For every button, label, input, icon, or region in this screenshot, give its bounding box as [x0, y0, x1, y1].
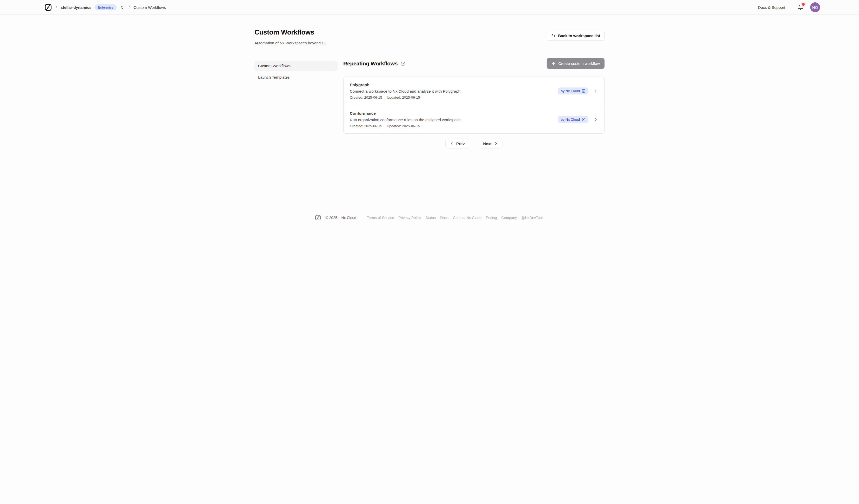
breadcrumb: / stellar-dynamics Enterprise / Custom W…	[44, 3, 166, 12]
back-button-label: Back to workspace list	[558, 33, 600, 38]
page-title: Custom Workflows	[255, 28, 327, 36]
footer-link-docs[interactable]: Docs	[440, 216, 449, 220]
back-to-workspace-list-button[interactable]: Back to workspace list	[547, 31, 604, 41]
breadcrumb-workspace[interactable]: stellar-dynamics	[61, 5, 91, 10]
nx-cloud-logo-icon[interactable]	[44, 3, 52, 12]
sidebar-item-custom-workflows[interactable]: Custom Workflows	[255, 61, 337, 71]
chevron-left-icon	[450, 141, 454, 146]
page-header: Custom Workflows Automation of Nx Worksp…	[255, 15, 604, 45]
workflow-name: Conformance	[350, 111, 462, 116]
workflow-row-polygraph[interactable]: Polygraph Connect a workspace to Nx Clou…	[344, 77, 604, 105]
copyright-text: © 2025 – Nx Cloud	[326, 216, 357, 220]
footer-link-pricing[interactable]: Pricing	[486, 216, 497, 220]
footer: © 2025 – Nx Cloud Terms of Service Priva…	[0, 206, 859, 252]
notification-dot	[802, 3, 805, 6]
workflow-created: Created: 2025-06-15	[350, 95, 382, 100]
workflows-card: Polygraph Connect a workspace to Nx Clou…	[343, 77, 604, 134]
prev-label: Prev	[456, 141, 465, 146]
repeating-workflows-section: Repeating Workflows	[343, 58, 604, 149]
workflow-row-conformance[interactable]: Conformance Run organization conformance…	[344, 105, 604, 133]
chevron-right-icon	[494, 141, 498, 146]
chevron-right-icon[interactable]	[593, 117, 598, 122]
workflow-created: Created: 2025-06-15	[350, 124, 382, 128]
breadcrumb-separator: /	[55, 5, 58, 10]
workflow-description: Run organization conformance rules on th…	[350, 118, 462, 122]
footer-link-status[interactable]: Status	[425, 216, 436, 220]
workflow-updated: Updated: 2025-06-15	[387, 95, 420, 100]
footer-link-company[interactable]: Company	[501, 216, 517, 220]
footer-link-contact[interactable]: Contact Nx Cloud	[453, 216, 481, 220]
workspace-switcher-icon[interactable]	[120, 5, 125, 10]
next-page-button[interactable]: Next	[479, 139, 503, 149]
footer-link-terms[interactable]: Terms of Service	[367, 216, 394, 220]
pagination: Prev Next	[343, 139, 604, 149]
by-nx-cloud-badge[interactable]: by Nx Cloud	[558, 116, 588, 123]
nx-footer-logo-icon	[315, 214, 321, 221]
undo-arrow-icon	[551, 33, 555, 38]
breadcrumb-separator: /	[128, 5, 130, 10]
create-button-label: Create custom workflow	[558, 61, 600, 66]
page-body: Custom Workflows Automation of Nx Worksp…	[0, 15, 859, 163]
footer-link-privacy[interactable]: Privacy Policy	[398, 216, 421, 220]
badge-label: by Nx Cloud	[561, 89, 580, 93]
workflow-description: Connect a workspace to Nx Cloud and anal…	[350, 89, 462, 93]
top-navbar: / stellar-dynamics Enterprise / Custom W…	[0, 0, 859, 15]
navbar-actions: Docs & Support NO	[758, 2, 820, 12]
sidebar-item-launch-templates[interactable]: Launch Templates	[255, 72, 337, 82]
docs-support-link[interactable]: Docs & Support	[758, 5, 785, 10]
user-avatar[interactable]: NO	[810, 2, 820, 12]
section-title: Repeating Workflows	[343, 60, 397, 67]
settings-sidebar: Custom Workflows Launch Templates	[255, 61, 337, 149]
plus-icon	[551, 61, 556, 66]
page-subtitle: Automation of Nx Workspaces beyond CI.	[255, 41, 327, 45]
workflow-updated: Updated: 2025-06-15	[387, 124, 420, 128]
by-nx-cloud-badge[interactable]: by Nx Cloud	[558, 88, 588, 94]
next-label: Next	[483, 141, 492, 146]
prev-page-button[interactable]: Prev	[445, 139, 469, 149]
footer-link-nxdevtools[interactable]: @NxDevTools	[522, 216, 544, 220]
workflow-name: Polygraph	[350, 82, 462, 87]
breadcrumb-current-page: Custom Workflows	[134, 5, 166, 10]
nx-logo-icon	[582, 118, 586, 121]
notifications-button[interactable]	[798, 4, 803, 10]
nx-logo-icon	[582, 89, 586, 93]
enterprise-badge: Enterprise	[94, 4, 117, 10]
chevron-right-icon[interactable]	[593, 89, 598, 93]
create-custom-workflow-button[interactable]: Create custom workflow	[547, 58, 604, 69]
badge-label: by Nx Cloud	[561, 118, 580, 121]
help-icon[interactable]	[401, 61, 405, 66]
